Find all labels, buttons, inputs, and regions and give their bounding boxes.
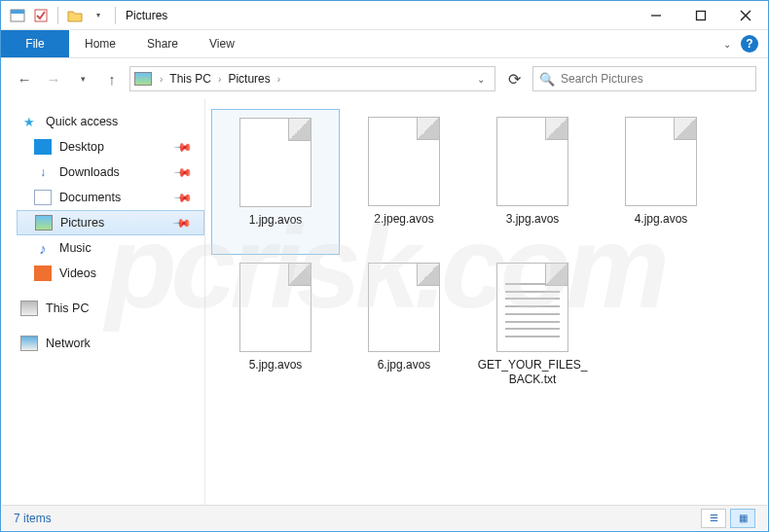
sidebar-item-label: Quick access — [46, 115, 118, 128]
sidebar-item-videos[interactable]: Videos — [17, 261, 204, 286]
star-icon: ★ — [20, 114, 38, 129]
search-icon: 🔍 — [539, 72, 555, 87]
tab-view[interactable]: View — [194, 30, 250, 57]
file-name-label: 4.jpg.avos — [635, 212, 688, 227]
forward-button[interactable]: → — [42, 67, 65, 90]
tab-home[interactable]: Home — [69, 30, 131, 57]
file-item[interactable]: 1.jpg.avos — [211, 109, 340, 255]
file-item[interactable]: 6.jpg.avos — [340, 255, 468, 401]
main-area: ★ Quick access Desktop 📌 Downloads 📌 Doc… — [1, 99, 768, 506]
sidebar-item-music[interactable]: ♪ Music — [17, 235, 204, 261]
file-name-label: GET_YOUR_FILES_BACK.txt — [474, 358, 591, 387]
view-details-button[interactable]: ☰ — [701, 509, 726, 528]
file-name-label: 1.jpg.avos — [249, 213, 303, 228]
back-button[interactable]: ← — [13, 67, 36, 90]
svg-rect-1 — [11, 10, 24, 14]
ribbon: File Home Share View ⌄ ? — [1, 30, 768, 58]
file-name-label: 3.jpg.avos — [506, 212, 560, 227]
videos-icon — [34, 266, 52, 281]
text-file-icon — [496, 263, 568, 352]
location-icon — [134, 72, 152, 86]
tab-share[interactable]: Share — [131, 30, 194, 57]
help-icon[interactable]: ? — [741, 35, 758, 53]
sidebar-item-label: Desktop — [59, 140, 104, 154]
close-button[interactable] — [723, 1, 768, 30]
pictures-icon — [35, 215, 53, 231]
status-item-count: 7 items — [14, 512, 52, 525]
window-controls — [634, 1, 768, 30]
unknown-file-icon — [239, 118, 311, 207]
navigation-row: ← → ▾ ↑ › This PC › Pictures › ⌄ ⟳ 🔍 Sea… — [1, 58, 768, 99]
sidebar-item-downloads[interactable]: Downloads 📌 — [17, 160, 204, 185]
pin-icon: 📌 — [172, 213, 193, 233]
downloads-icon — [34, 164, 52, 180]
file-item[interactable]: 2.jpeg.avos — [340, 109, 468, 255]
ribbon-expand-icon[interactable]: ⌄ — [723, 39, 731, 50]
sidebar-quick-access[interactable]: ★ Quick access — [17, 109, 204, 134]
sidebar-item-desktop[interactable]: Desktop 📌 — [17, 134, 204, 160]
music-icon: ♪ — [34, 240, 52, 256]
pin-icon: 📌 — [173, 188, 194, 208]
explorer-app-icon — [7, 5, 28, 26]
qa-dropdown-icon[interactable]: ▾ — [88, 5, 109, 26]
pin-icon: 📌 — [173, 137, 194, 158]
up-button[interactable]: ↑ — [100, 67, 124, 90]
address-bar[interactable]: › This PC › Pictures › ⌄ — [129, 66, 495, 91]
crumb-pictures[interactable]: Pictures — [225, 72, 273, 86]
svg-rect-4 — [697, 11, 706, 19]
qa-properties-icon[interactable] — [30, 5, 52, 26]
desktop-icon — [34, 139, 52, 155]
unknown-file-icon — [496, 117, 568, 206]
view-large-icons-button[interactable]: ▦ — [730, 509, 755, 528]
minimize-button[interactable] — [634, 1, 678, 30]
sidebar-item-pictures[interactable]: Pictures 📌 — [17, 210, 204, 235]
separator — [115, 7, 116, 24]
unknown-file-icon — [368, 263, 440, 352]
sidebar-item-label: Videos — [59, 266, 96, 280]
file-item[interactable]: GET_YOUR_FILES_BACK.txt — [468, 255, 597, 401]
separator — [57, 7, 58, 24]
file-list[interactable]: 1.jpg.avos2.jpeg.avos3.jpg.avos4.jpg.avo… — [205, 99, 768, 506]
address-history-dropdown[interactable]: ⌄ — [471, 74, 491, 85]
recent-locations-dropdown[interactable]: ▾ — [71, 67, 94, 90]
file-item[interactable]: 4.jpg.avos — [597, 109, 725, 255]
network-icon — [20, 336, 38, 351]
sidebar-item-label: This PC — [46, 301, 89, 315]
unknown-file-icon — [239, 263, 311, 352]
file-menu[interactable]: File — [1, 30, 69, 57]
crumb-separator-icon[interactable]: › — [218, 74, 221, 85]
sidebar-item-label: Downloads — [59, 165, 120, 179]
sidebar-item-label: Documents — [59, 191, 121, 204]
title-bar: ▾ Pictures — [1, 1, 768, 30]
status-bar: 7 items ☰ ▦ — [2, 505, 767, 530]
file-item[interactable]: 3.jpg.avos — [468, 109, 597, 255]
unknown-file-icon — [625, 117, 697, 206]
file-name-label: 2.jpeg.avos — [374, 212, 433, 227]
file-item[interactable]: 5.jpg.avos — [211, 255, 340, 401]
sidebar-item-documents[interactable]: Documents 📌 — [17, 185, 204, 210]
sidebar-item-label: Network — [46, 337, 91, 350]
unknown-file-icon — [368, 117, 440, 206]
file-name-label: 5.jpg.avos — [249, 358, 303, 372]
quick-access-toolbar: ▾ — [1, 5, 120, 26]
sidebar-item-label: Pictures — [60, 216, 104, 230]
window-title: Pictures — [120, 9, 167, 22]
maximize-button[interactable] — [678, 1, 723, 30]
search-box[interactable]: 🔍 Search Pictures — [532, 66, 756, 91]
crumb-this-pc[interactable]: This PC — [166, 72, 214, 86]
refresh-button[interactable]: ⟳ — [501, 66, 527, 91]
sidebar-network[interactable]: Network — [17, 331, 204, 356]
navigation-pane[interactable]: ★ Quick access Desktop 📌 Downloads 📌 Doc… — [1, 99, 205, 506]
crumb-separator-icon[interactable]: › — [277, 74, 280, 85]
file-name-label: 6.jpg.avos — [378, 358, 431, 372]
search-placeholder: Search Pictures — [561, 72, 643, 86]
crumb-separator-icon[interactable]: › — [160, 74, 163, 85]
sidebar-item-label: Music — [59, 241, 92, 255]
pc-icon — [20, 301, 38, 316]
qa-newfolder-icon[interactable] — [64, 5, 86, 26]
sidebar-this-pc[interactable]: This PC — [17, 296, 204, 321]
documents-icon — [34, 190, 52, 205]
pin-icon: 📌 — [173, 162, 194, 183]
